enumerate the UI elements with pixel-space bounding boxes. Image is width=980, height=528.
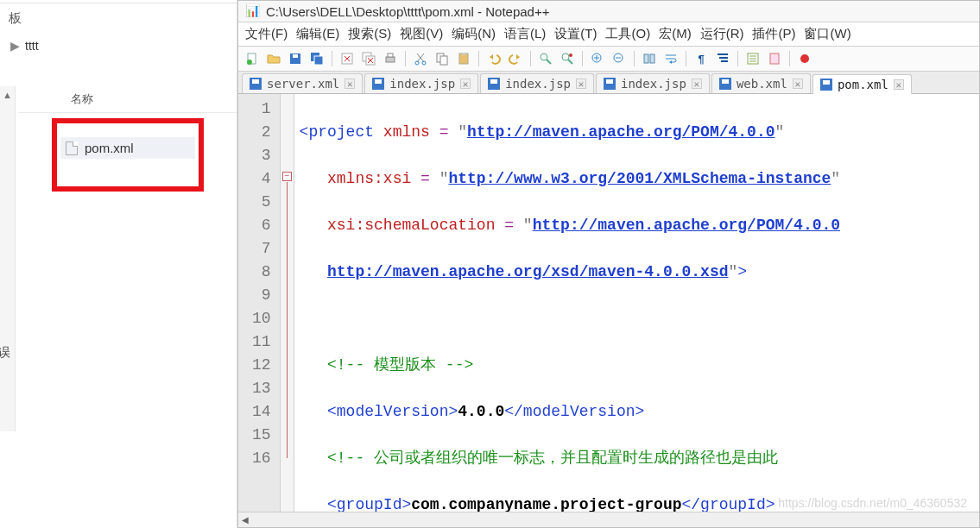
chevron-right-icon: ▶ bbox=[10, 39, 20, 53]
svg-rect-9 bbox=[386, 57, 395, 62]
indent-guide-icon[interactable] bbox=[714, 50, 731, 67]
tree-root-label: tttt bbox=[25, 39, 39, 53]
menu-file[interactable]: 文件(F) bbox=[245, 26, 288, 42]
close-tab-icon[interactable]: ✕ bbox=[692, 79, 702, 89]
close-tab-icon[interactable]: ✕ bbox=[460, 79, 471, 89]
svg-point-18 bbox=[562, 53, 569, 60]
find-icon[interactable] bbox=[537, 50, 554, 67]
paste-icon[interactable] bbox=[455, 50, 472, 67]
svg-rect-22 bbox=[644, 54, 648, 63]
file-row-pom[interactable]: pom.xml bbox=[60, 137, 195, 159]
notepadpp-window: 📊 C:\Users\DELL\Desktop\tttt\pom.xml - N… bbox=[237, 0, 980, 528]
toolbar: ¶ bbox=[238, 47, 979, 72]
menu-view[interactable]: 视图(V) bbox=[400, 26, 443, 42]
close-tab-icon[interactable]: ✕ bbox=[576, 79, 586, 89]
ide-project-panel: 板 ▶ tttt ▲ 名称 pom.xml 误 bbox=[0, 0, 237, 528]
cut-icon[interactable] bbox=[412, 50, 429, 67]
open-icon[interactable] bbox=[265, 50, 282, 67]
menu-plugins[interactable]: 插件(P) bbox=[752, 26, 795, 42]
watermark-text: https://blog.csdn.net/m0_46360532 bbox=[778, 496, 967, 510]
tree-root-row[interactable]: ▶ tttt bbox=[0, 34, 237, 58]
menu-search[interactable]: 搜索(S) bbox=[348, 26, 391, 42]
menu-window[interactable]: 窗口(W) bbox=[804, 26, 850, 42]
svg-point-19 bbox=[569, 53, 572, 57]
tab-index-jsp-1[interactable]: index.jsp✕ bbox=[364, 73, 478, 93]
svg-rect-10 bbox=[388, 53, 393, 57]
close-tab-icon[interactable]: ✕ bbox=[894, 79, 904, 90]
scroll-left-icon[interactable]: ◀ bbox=[238, 515, 252, 525]
menubar: 文件(F) 编辑(E) 搜索(S) 视图(V) 编码(N) 语言(L) 设置(T… bbox=[238, 22, 979, 47]
record-macro-icon[interactable] bbox=[796, 50, 813, 67]
code-area[interactable]: <project xmlns = "http://maven.apache.or… bbox=[294, 94, 841, 512]
annotation-highlight-box: pom.xml bbox=[52, 118, 204, 192]
fold-guide-line bbox=[287, 182, 288, 458]
file-icon bbox=[66, 141, 78, 155]
panel-title: 板 bbox=[0, 3, 237, 34]
side-label: 误 bbox=[0, 345, 10, 361]
save-all-icon[interactable] bbox=[308, 50, 326, 67]
print-icon[interactable] bbox=[382, 50, 399, 67]
disk-icon bbox=[372, 78, 384, 90]
fold-column[interactable]: − bbox=[281, 94, 294, 512]
svg-rect-23 bbox=[650, 54, 654, 63]
menu-tools[interactable]: 工具(O) bbox=[605, 26, 650, 42]
titlebar: 📊 C:\Users\DELL\Desktop\tttt\pom.xml - N… bbox=[238, 1, 979, 22]
new-file-icon[interactable] bbox=[243, 50, 261, 67]
sync-icon[interactable] bbox=[641, 50, 658, 67]
svg-point-26 bbox=[800, 54, 809, 63]
disk-icon bbox=[604, 78, 616, 90]
vertical-scroll-strip[interactable]: ▲ bbox=[0, 86, 16, 431]
zoom-in-icon[interactable] bbox=[589, 50, 606, 67]
wrap-icon[interactable] bbox=[662, 50, 680, 67]
svg-point-1 bbox=[247, 60, 252, 65]
column-header-name: 名称 bbox=[19, 86, 237, 113]
arrow-up-icon: ▲ bbox=[3, 90, 12, 100]
close-tab-icon[interactable]: ✕ bbox=[793, 79, 803, 89]
menu-macro[interactable]: 宏(M) bbox=[659, 26, 692, 42]
window-title: C:\Users\DELL\Desktop\tttt\pom.xml - Not… bbox=[266, 4, 549, 19]
svg-rect-14 bbox=[440, 56, 447, 65]
svg-rect-3 bbox=[293, 54, 298, 58]
svg-rect-25 bbox=[770, 53, 779, 64]
show-all-chars-icon[interactable]: ¶ bbox=[692, 50, 710, 67]
fold-minus-icon[interactable]: − bbox=[282, 172, 292, 181]
svg-rect-5 bbox=[314, 56, 323, 65]
line-number-gutter: 12345678910111213141516 bbox=[238, 94, 281, 512]
close-all-icon[interactable] bbox=[360, 50, 377, 67]
tab-bar: server.xml✕ index.jsp✕ index.jsp✕ index.… bbox=[238, 72, 979, 94]
disk-icon bbox=[250, 78, 262, 90]
zoom-out-icon[interactable] bbox=[610, 50, 628, 67]
redo-icon[interactable] bbox=[507, 50, 524, 67]
undo-icon[interactable] bbox=[485, 50, 503, 67]
menu-settings[interactable]: 设置(T) bbox=[554, 26, 597, 42]
app-icon: 📊 bbox=[245, 3, 261, 19]
disk-icon bbox=[820, 79, 832, 91]
svg-rect-16 bbox=[462, 53, 465, 55]
menu-edit[interactable]: 编辑(E) bbox=[296, 26, 339, 42]
close-tab-icon[interactable]: ✕ bbox=[345, 79, 355, 89]
close-icon[interactable] bbox=[338, 50, 356, 67]
file-name-label: pom.xml bbox=[85, 141, 134, 155]
doc-map-icon[interactable] bbox=[766, 50, 783, 67]
tab-web-xml[interactable]: web.xml✕ bbox=[711, 73, 811, 93]
disk-icon bbox=[488, 78, 500, 90]
svg-point-17 bbox=[541, 53, 547, 60]
tab-pom-xml[interactable]: pom.xml✕ bbox=[812, 74, 912, 94]
replace-icon[interactable] bbox=[559, 50, 576, 67]
copy-icon[interactable] bbox=[433, 50, 451, 67]
horizontal-scrollbar[interactable]: ◀ bbox=[238, 512, 979, 527]
menu-language[interactable]: 语言(L) bbox=[504, 26, 546, 42]
tab-server-xml[interactable]: server.xml✕ bbox=[242, 73, 363, 93]
disk-icon bbox=[719, 78, 731, 90]
func-list-icon[interactable] bbox=[744, 50, 762, 67]
tab-index-jsp-3[interactable]: index.jsp✕ bbox=[596, 73, 710, 93]
menu-encoding[interactable]: 编码(N) bbox=[452, 26, 496, 42]
menu-run[interactable]: 运行(R) bbox=[700, 26, 744, 42]
code-editor[interactable]: 12345678910111213141516 − <project xmlns… bbox=[238, 94, 979, 512]
save-icon[interactable] bbox=[287, 50, 304, 67]
tab-index-jsp-2[interactable]: index.jsp✕ bbox=[480, 73, 594, 93]
